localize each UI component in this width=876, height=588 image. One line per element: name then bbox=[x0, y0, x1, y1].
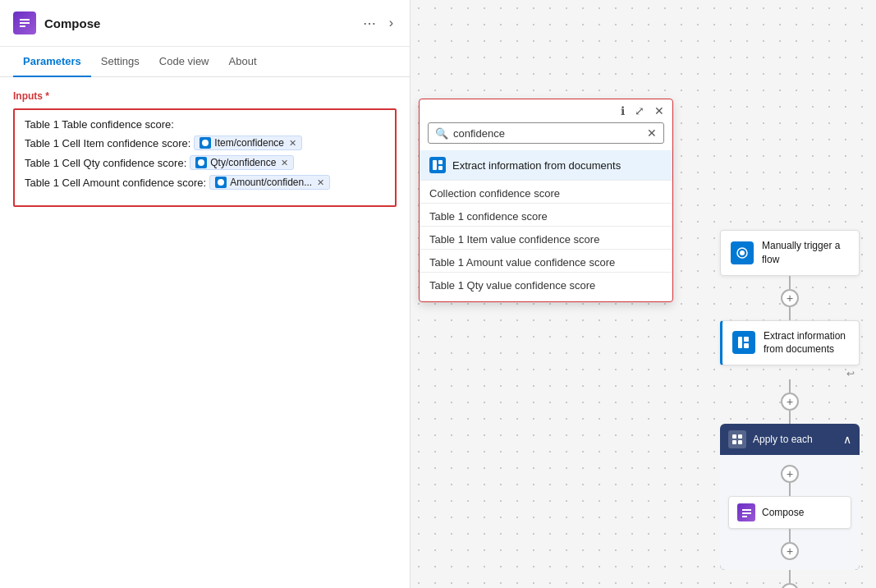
flow-node-apply-to-each[interactable]: Apply to each ∧ + Compose bbox=[720, 424, 860, 570]
line-2 bbox=[789, 307, 791, 320]
token-icon-3 bbox=[215, 177, 227, 188]
loop-icon bbox=[728, 430, 746, 448]
input-row-3: Table 1 Cell Qty confidence score: Qty/c… bbox=[25, 155, 385, 170]
flow-diagram: Manually trigger a flow + Extract inform… bbox=[720, 230, 860, 588]
search-clear-button[interactable]: ✕ bbox=[647, 126, 657, 140]
svg-rect-5 bbox=[438, 166, 443, 170]
extract-icon bbox=[429, 157, 446, 173]
token-close-2[interactable]: ✕ bbox=[281, 158, 288, 168]
plus-button-4[interactable]: + bbox=[781, 542, 799, 560]
search-box: 🔍 ✕ bbox=[428, 122, 664, 144]
token-amount-confidence[interactable]: Amount/confiden... ✕ bbox=[209, 175, 330, 190]
extract-flow-icon bbox=[732, 331, 755, 354]
tab-codeview[interactable]: Code view bbox=[149, 47, 219, 77]
inner-connector-2: + bbox=[781, 529, 799, 560]
canvas-panel: ℹ ⤢ ✕ 🔍 ✕ Extract information from docum… bbox=[410, 0, 876, 588]
svg-rect-13 bbox=[732, 440, 736, 444]
tab-about[interactable]: About bbox=[219, 47, 267, 77]
token-close-3[interactable]: ✕ bbox=[317, 177, 324, 188]
svg-rect-9 bbox=[744, 337, 749, 342]
line-1 bbox=[789, 276, 791, 289]
connector-final: + bbox=[781, 570, 799, 588]
svg-point-0 bbox=[202, 140, 209, 146]
panel-actions: ⋯ › bbox=[360, 14, 397, 33]
svg-rect-3 bbox=[433, 160, 437, 170]
token-label-3: Amount/confiden... bbox=[230, 177, 312, 188]
token-close-1[interactable]: ✕ bbox=[289, 138, 296, 149]
connector-1: + bbox=[781, 276, 799, 320]
input-row-2: Table 1 Cell Item confidence score: Item… bbox=[25, 136, 385, 150]
token-icon-1 bbox=[200, 137, 211, 149]
tabs-bar: Parameters Settings Code view About bbox=[0, 47, 410, 77]
popup-close-button[interactable]: ✕ bbox=[653, 103, 666, 119]
dropdown-item-extract[interactable]: Extract information from documents bbox=[420, 150, 672, 180]
token-qty-confidence[interactable]: Qty/confidence ✕ bbox=[190, 155, 294, 170]
more-options-button[interactable]: ⋯ bbox=[360, 14, 379, 33]
flow-node-compose-inner[interactable]: Compose bbox=[728, 496, 851, 529]
popup-expand-button[interactable]: ⤢ bbox=[633, 103, 646, 119]
collapse-button[interactable]: › bbox=[386, 14, 397, 32]
popup-info-button[interactable]: ℹ bbox=[619, 103, 626, 119]
input-row-1: Table 1 Table confidence score: bbox=[25, 118, 385, 131]
popup-header: ℹ ⤢ ✕ bbox=[420, 99, 672, 122]
line-7 bbox=[789, 570, 791, 583]
line-5 bbox=[789, 483, 791, 496]
apply-to-each-title: Apply to each bbox=[728, 430, 813, 448]
line-3 bbox=[789, 379, 791, 393]
compose-icon bbox=[13, 11, 36, 34]
svg-point-2 bbox=[218, 179, 224, 186]
search-icon: 🔍 bbox=[435, 127, 448, 140]
panel-title: Compose bbox=[44, 16, 351, 30]
compose-inner-label: Compose bbox=[762, 506, 804, 520]
panel-content: Inputs * Table 1 Table confidence score:… bbox=[0, 77, 410, 588]
svg-rect-4 bbox=[438, 160, 443, 164]
flow-node-extract[interactable]: Extract information from documents bbox=[720, 320, 860, 366]
connector-2: + bbox=[781, 379, 799, 424]
svg-rect-12 bbox=[738, 434, 742, 439]
collapse-apply-button[interactable]: ∧ bbox=[843, 433, 851, 446]
token-label-2: Qty/confidence bbox=[210, 157, 276, 168]
extract-link[interactable]: ↩ bbox=[846, 368, 855, 379]
dropdown-list: Extract information from documents Colle… bbox=[420, 150, 672, 301]
line-6 bbox=[789, 529, 791, 542]
dropdown-popup: ℹ ⤢ ✕ 🔍 ✕ Extract information from docum… bbox=[419, 99, 673, 302]
token-label-1: Item/confidence bbox=[214, 137, 284, 149]
svg-rect-14 bbox=[738, 440, 742, 444]
trigger-icon bbox=[731, 241, 754, 264]
dropdown-item-2[interactable]: Table 1 Item value confidence score bbox=[420, 226, 672, 249]
plus-button-3[interactable]: + bbox=[781, 465, 799, 483]
apply-to-each-label: Apply to each bbox=[753, 434, 813, 445]
apply-to-each-body: + Compose + bbox=[720, 455, 860, 570]
search-input[interactable] bbox=[453, 127, 642, 140]
svg-rect-8 bbox=[738, 337, 742, 348]
left-panel: Compose ⋯ › Parameters Settings Code vie… bbox=[0, 0, 410, 588]
inputs-box[interactable]: Table 1 Table confidence score: Table 1 … bbox=[13, 108, 397, 207]
input-row-4: Table 1 Cell Amount confidence score: Am… bbox=[25, 175, 385, 190]
plus-button-5[interactable]: + bbox=[781, 583, 799, 588]
flow-node-trigger[interactable]: Manually trigger a flow bbox=[720, 230, 860, 276]
plus-button-1[interactable]: + bbox=[781, 289, 799, 307]
apply-to-each-header: Apply to each ∧ bbox=[720, 424, 860, 455]
trigger-label: Manually trigger a flow bbox=[762, 239, 849, 267]
dropdown-item-1[interactable]: Table 1 confidence score bbox=[420, 203, 672, 226]
dropdown-item-4[interactable]: Table 1 Qty value confidence score bbox=[420, 272, 672, 295]
dropdown-item-0[interactable]: Collection confidence score bbox=[420, 180, 672, 203]
input-text-4: Table 1 Cell Amount confidence score: bbox=[25, 177, 206, 189]
panel-header: Compose ⋯ › bbox=[0, 0, 410, 47]
input-text-1: Table 1 Table confidence score: bbox=[25, 118, 174, 131]
tab-settings[interactable]: Settings bbox=[91, 47, 149, 77]
token-icon-2 bbox=[195, 157, 207, 168]
svg-rect-11 bbox=[732, 434, 736, 439]
inputs-label: Inputs * bbox=[13, 90, 397, 102]
inner-connector-1: + bbox=[781, 465, 799, 496]
tab-parameters[interactable]: Parameters bbox=[13, 47, 91, 77]
svg-point-1 bbox=[198, 159, 204, 166]
line-4 bbox=[789, 411, 791, 424]
plus-button-2[interactable]: + bbox=[781, 393, 799, 411]
extract-flow-label: Extract information from documents bbox=[764, 329, 849, 357]
extract-item-label: Extract information from documents bbox=[452, 159, 621, 172]
svg-point-7 bbox=[740, 250, 745, 255]
dropdown-item-3[interactable]: Table 1 Amount value confidence score bbox=[420, 249, 672, 272]
token-item-confidence[interactable]: Item/confidence ✕ bbox=[194, 136, 302, 150]
svg-rect-10 bbox=[744, 343, 749, 348]
